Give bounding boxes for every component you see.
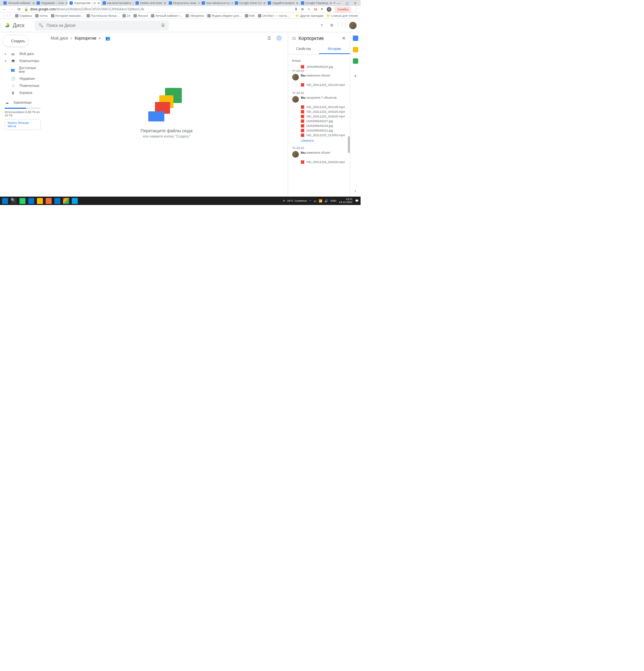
tasks-icon[interactable] bbox=[353, 59, 358, 64]
gear-icon[interactable]: ⚙ bbox=[329, 23, 334, 28]
help-icon[interactable]: ? bbox=[319, 23, 324, 28]
weather-widget[interactable]: ☀ -16°C Солнечно bbox=[283, 199, 307, 202]
info-icon[interactable]: ⓘ bbox=[276, 35, 282, 42]
forward-button[interactable]: → bbox=[10, 7, 14, 12]
browser-tab[interactable]: Как связаться со✕ bbox=[199, 0, 233, 6]
collapse-panel-icon[interactable]: › bbox=[355, 189, 356, 193]
search-box[interactable]: 🔍 ☰ bbox=[35, 21, 169, 30]
extensions-icon[interactable]: ✦ bbox=[320, 7, 323, 11]
list-view-icon[interactable]: ☰ bbox=[266, 35, 272, 42]
new-tab-button[interactable]: + bbox=[332, 1, 337, 5]
reload-button[interactable]: ⟳ bbox=[17, 7, 21, 12]
bookmark[interactable]: 24 bbox=[123, 14, 130, 17]
bookmark-right[interactable]: 📁Другие закладки bbox=[296, 14, 323, 17]
tray-expand-icon[interactable]: ^ bbox=[310, 199, 311, 202]
app-icon-2[interactable] bbox=[72, 198, 78, 204]
history-file[interactable]: 1640285645221.jpg bbox=[292, 128, 346, 133]
share-icon[interactable]: 👥 bbox=[105, 36, 110, 41]
search-input[interactable] bbox=[47, 23, 158, 28]
close-tab-icon[interactable]: ✕ bbox=[231, 1, 233, 5]
bookmark[interactable]: почта bbox=[35, 14, 47, 17]
close-tab-icon[interactable]: ✕ bbox=[263, 1, 266, 5]
gmail-icon[interactable]: M bbox=[314, 8, 317, 11]
close-icon[interactable]: ✕ bbox=[342, 36, 346, 41]
bookmark[interactable]: N48 bbox=[245, 14, 255, 17]
edge-icon[interactable] bbox=[28, 198, 34, 204]
back-button[interactable]: ← bbox=[3, 7, 7, 12]
mail-icon[interactable] bbox=[54, 198, 60, 204]
crumb-root[interactable]: Мой диск bbox=[51, 36, 68, 41]
history-file[interactable]: VID_20211223_201148.mp4 bbox=[292, 105, 346, 109]
explorer-icon[interactable] bbox=[37, 198, 43, 204]
bookmark[interactable]: Сервисы bbox=[15, 14, 32, 17]
history-file[interactable]: VID_20211223_201148.mp4 bbox=[292, 83, 346, 87]
close-tab-icon[interactable]: ✕ bbox=[164, 1, 166, 5]
bookmark-right[interactable]: 📁Список для чтения bbox=[327, 14, 358, 17]
history-file[interactable]: VID_20211223_204220.mp4 bbox=[292, 109, 346, 114]
download-icon[interactable]: ⬇ bbox=[295, 7, 297, 11]
clock[interactable]: 13:21 24.12.2021 bbox=[339, 198, 352, 204]
url-field[interactable]: 🔒 drive.google.com/drive/u/1/folders/108… bbox=[24, 8, 291, 11]
app-icon-1[interactable] bbox=[46, 198, 52, 204]
lang-indicator[interactable]: ENG bbox=[331, 199, 336, 202]
maximize-button[interactable]: ◻ bbox=[346, 1, 348, 5]
history-file[interactable]: 1640285645224.jpg bbox=[292, 124, 346, 128]
bookmark[interactable]: Личный кабинет /... bbox=[151, 14, 182, 17]
chevron-down-icon[interactable]: ▾ bbox=[99, 37, 101, 40]
close-tab-icon[interactable]: ✕ bbox=[296, 1, 298, 5]
history-file[interactable]: VID_20211223_204220.mp4 bbox=[292, 160, 346, 164]
nav-item[interactable]: ☆Помеченные bbox=[0, 82, 45, 89]
menu-icon[interactable]: ⋮ bbox=[354, 7, 358, 11]
bookmark[interactable]: Aliexpress bbox=[185, 14, 204, 17]
filter-icon[interactable]: ☰ bbox=[161, 23, 165, 27]
avatar[interactable] bbox=[349, 22, 357, 29]
history-file[interactable]: 1640285645224.jpg bbox=[292, 64, 346, 69]
browser-tab[interactable]: Корпорктив – G✕ bbox=[67, 0, 101, 6]
nav-item[interactable]: 🕐Недавние bbox=[0, 75, 45, 82]
drive-logo[interactable]: Диск bbox=[4, 22, 25, 29]
browser-tab[interactable]: Google Перевод✕ bbox=[299, 0, 332, 6]
expand-icon[interactable]: ▸ bbox=[5, 52, 7, 55]
close-tab-icon[interactable]: ✕ bbox=[32, 1, 35, 5]
tab-properties[interactable]: Свойства bbox=[288, 44, 319, 54]
history-file[interactable]: 1640285645227.jpg bbox=[292, 119, 346, 124]
browser-tab[interactable]: Задайте вопрос✕ bbox=[266, 0, 299, 6]
notifications-icon[interactable]: 💬 bbox=[355, 199, 359, 202]
volume-icon[interactable]: 🔊 bbox=[324, 199, 328, 203]
tab-history[interactable]: История bbox=[319, 44, 350, 54]
search-taskbar-icon[interactable]: 🔍 bbox=[11, 198, 17, 204]
create-button[interactable]: Создать bbox=[3, 35, 29, 47]
apps-icon[interactable]: ⋮⋮⋮ bbox=[3, 14, 12, 17]
collapse-link[interactable]: Свернуть bbox=[292, 139, 346, 142]
chrome-icon[interactable] bbox=[63, 198, 69, 204]
close-window-button[interactable]: ✕ bbox=[354, 1, 357, 5]
error-badge[interactable]: Ошибка bbox=[335, 7, 351, 12]
nav-item[interactable]: 🗑Корзина bbox=[0, 89, 45, 96]
calendar-icon[interactable] bbox=[353, 36, 358, 41]
star-icon[interactable]: ☆ bbox=[307, 7, 311, 11]
keep-icon[interactable] bbox=[353, 47, 358, 52]
close-tab-icon[interactable]: ✕ bbox=[97, 1, 100, 5]
bookmark[interactable]: ОптЛист — поста... bbox=[258, 14, 289, 17]
storage-item[interactable]: ☁ Хранилище bbox=[5, 99, 41, 106]
profile-badge[interactable]: O bbox=[327, 7, 331, 12]
expand-icon[interactable]: ▸ bbox=[5, 59, 7, 62]
bookmark[interactable]: Record bbox=[133, 14, 147, 17]
browser-tab[interactable]: Google Drive Co✕ bbox=[233, 0, 266, 6]
install-icon[interactable]: ⊕ bbox=[301, 7, 304, 11]
apps-grid-icon[interactable]: ⋮⋮⋮ bbox=[339, 23, 345, 28]
browser-tab[interactable]: Недавние – Goo✕ bbox=[35, 0, 68, 6]
start-button[interactable] bbox=[2, 198, 8, 204]
add-panel-icon[interactable]: + bbox=[354, 73, 357, 78]
bookmark[interactable]: Постельное белье... bbox=[87, 14, 119, 17]
bookmark[interactable]: Яндекс.Маркет для... bbox=[207, 14, 242, 17]
wifi-icon[interactable]: 📶 bbox=[319, 199, 322, 203]
nav-item[interactable]: 👥Доступные мне bbox=[0, 64, 45, 75]
nav-item[interactable]: ▸🖴Мой диск bbox=[0, 50, 45, 58]
browser-tab[interactable]: как восстановить✕ bbox=[101, 0, 134, 6]
buy-storage-button[interactable]: Купить больше места bbox=[5, 119, 41, 130]
browser-tab[interactable]: Delete and resto✕ bbox=[133, 0, 167, 6]
minimize-button[interactable]: — bbox=[337, 1, 340, 5]
browser-tab[interactable]: Личный кабинет✕ bbox=[1, 0, 35, 6]
battery-icon[interactable]: ▭ bbox=[313, 199, 317, 203]
